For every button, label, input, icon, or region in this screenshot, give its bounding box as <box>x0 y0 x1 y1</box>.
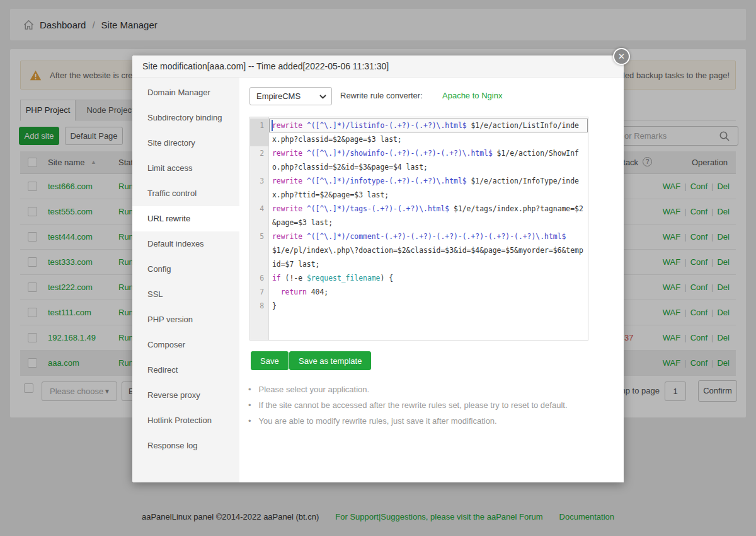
code-text: rewrite ^([^\.]*)/comment-(.+?)-(.+?)-(.… <box>269 230 588 271</box>
rewrite-rule-editor[interactable]: 1rewrite ^([^\.]*)/listinfo-(.+?)-(.+?)\… <box>249 117 588 341</box>
notes-list: Please select your application.If the si… <box>248 385 568 432</box>
modal-menu-item[interactable]: Response log <box>132 433 239 458</box>
editor-line: 5rewrite ^([^\.]*)/comment-(.+?)-(.+?)-(… <box>250 230 588 271</box>
chevron-down-icon <box>319 95 326 99</box>
editor-line: 7 return 404; <box>250 285 588 299</box>
modal-menu-item[interactable]: PHP version <box>132 307 239 332</box>
modal-menu-item[interactable]: SSL <box>132 282 239 307</box>
modal-menu-item[interactable]: URL rewrite <box>132 206 239 231</box>
editor-line: 6if (!-e $request_filename) { <box>250 271 588 285</box>
text-cursor <box>272 120 273 131</box>
application-select[interactable]: EmpireCMS <box>249 87 332 105</box>
code-text: rewrite ^([^\.]*)/infotype-(.+?)-(.+?)\.… <box>269 174 588 202</box>
modal-menu-item[interactable]: Limit access <box>132 156 239 181</box>
modal-menu-item[interactable]: Composer <box>132 332 239 358</box>
editor-line: 2rewrite ^([^\.]*)/showinfo-(.+?)-(.+?)-… <box>250 146 588 174</box>
code-text: return 404; <box>269 285 588 299</box>
line-number: 2 <box>250 146 269 174</box>
modal-menu-item[interactable]: Redirect <box>132 358 239 383</box>
note-item: If the site cannot be accessed after the… <box>248 400 568 410</box>
line-number: 5 <box>250 230 269 271</box>
note-item: You are able to modify rewrite rules, ju… <box>248 416 568 426</box>
modal-content: EmpireCMS Rewrite rule converter: Apache… <box>239 78 624 482</box>
code-text: } <box>269 299 588 313</box>
modal-title: Site modification[aaa.com] -- Time added… <box>142 61 389 71</box>
close-icon[interactable]: ✕ <box>613 48 630 65</box>
editor-line: 4rewrite ^([^\.]*)/tags-(.+?)-(.+?)\.htm… <box>250 202 588 230</box>
line-number: 4 <box>250 202 269 230</box>
modal-menu-item[interactable]: Domain Manager <box>132 80 239 105</box>
note-item: Please select your application. <box>248 385 568 394</box>
modal-menu: Domain ManagerSubdirectory bindingSite d… <box>132 78 239 482</box>
application-select-value: EmpireCMS <box>256 91 301 101</box>
modal-menu-item[interactable]: Default indexes <box>132 231 239 257</box>
converter-link[interactable]: Apache to Nginx <box>442 91 502 100</box>
save-button[interactable]: Save <box>251 351 289 370</box>
code-text: rewrite ^([^\.]*)/listinfo-(.+?)-(.+?)\.… <box>269 119 588 146</box>
code-text: rewrite ^([^\.]*)/tags-(.+?)-(.+?)\.html… <box>269 202 588 230</box>
site-modification-modal: Site modification[aaa.com] -- Time added… <box>132 55 624 482</box>
line-number: 7 <box>250 285 269 299</box>
editor-line: 3rewrite ^([^\.]*)/infotype-(.+?)-(.+?)\… <box>250 174 588 202</box>
modal-menu-item[interactable]: Reverse proxy <box>132 383 239 408</box>
modal-header: Site modification[aaa.com] -- Time added… <box>132 55 624 78</box>
code-text: rewrite ^([^\.]*)/showinfo-(.+?)-(.+?)-(… <box>269 146 588 174</box>
line-number: 3 <box>250 174 269 202</box>
editor-lines: 1rewrite ^([^\.]*)/listinfo-(.+?)-(.+?)\… <box>250 119 588 313</box>
code-text: if (!-e $request_filename) { <box>269 271 588 285</box>
modal-menu-item[interactable]: Subdirectory binding <box>132 105 239 131</box>
modal-menu-item[interactable]: Site directory <box>132 131 239 156</box>
line-number: 8 <box>250 299 269 313</box>
modal-menu-item[interactable]: Hotlink Protection <box>132 408 239 433</box>
line-number: 6 <box>250 271 269 285</box>
save-as-template-button[interactable]: Save as template <box>289 351 371 370</box>
modal-menu-item[interactable]: Config <box>132 257 239 282</box>
editor-line: 8} <box>250 299 588 313</box>
converter-label: Rewrite rule converter: <box>340 91 423 100</box>
line-number: 1 <box>250 119 269 146</box>
modal-menu-item[interactable]: Traffic control <box>132 181 239 206</box>
editor-line: 1rewrite ^([^\.]*)/listinfo-(.+?)-(.+?)\… <box>250 119 588 146</box>
